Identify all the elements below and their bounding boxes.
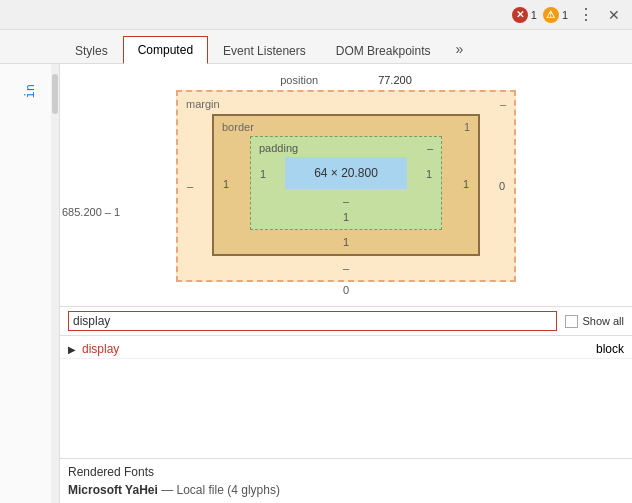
main-content: in position 77.200 margin – – [0,64,632,503]
show-all-checkbox[interactable] [565,315,578,328]
show-all-label: Show all [582,315,624,327]
margin-top-row: margin – [182,96,510,112]
tab-dom-breakpoints[interactable]: DOM Breakpoints [321,37,446,64]
border-top-val: 1 [464,121,470,133]
padding-bottom-1: 1 [343,211,349,223]
box-content: 64 × 20.800 [285,157,407,189]
margin-right-val: 0 [494,180,510,192]
margin-middle-row: – border 1 1 [182,112,510,260]
close-button[interactable]: ✕ [604,7,624,23]
font-item: Microsoft YaHei — Local file (4 glyphs) [68,483,624,497]
box-model-diagram: position 77.200 margin – – bo [60,64,632,306]
filter-bar: Show all [60,306,632,336]
position-value: 77.200 [378,74,412,86]
box-padding: padding – 1 64 × 20.800 [250,136,442,230]
border-top-row: border 1 [218,120,474,134]
padding-left-val: 1 [255,168,271,180]
property-value-display: block [596,342,624,356]
padding-bottom-val: – [343,195,349,207]
tab-event-listeners[interactable]: Event Listeners [208,37,321,64]
font-source: Local file [177,483,224,497]
position-row: position 77.200 [176,74,516,86]
border-bottom-val: 1 [343,236,349,248]
left-panel: in [0,64,60,503]
margin-bottom-row: – [182,260,510,276]
padding-right-val: 1 [421,168,437,180]
rendered-fonts-section: Rendered Fonts Microsoft YaHei — Local f… [60,458,632,503]
border-left-val: 1 [218,178,234,190]
property-list: ▶ display block [60,336,632,458]
margin-left-val: – [182,180,198,192]
margin-top-val: – [500,98,506,110]
property-item-display: ▶ display block [60,340,632,359]
padding-middle-row: 1 64 × 20.800 1 [255,155,437,193]
content-size: 64 × 20.800 [314,166,378,180]
right-panel: position 77.200 margin – – bo [60,64,632,503]
margin-label: margin [186,98,220,110]
scroll-thumb [52,74,58,114]
property-name-display: display [82,342,182,356]
filter-input[interactable] [73,314,552,328]
padding-bottom-num: 1 [255,209,437,225]
show-all-wrap: Show all [565,315,624,328]
border-bottom-row: 1 [218,234,474,250]
padding-top-row: padding – [255,141,437,155]
tab-computed[interactable]: Computed [123,36,208,64]
box-border: border 1 1 padding – [212,114,480,256]
tab-styles[interactable]: Styles [60,37,123,64]
left-panel-text: in [23,84,37,98]
font-name: Microsoft YaHei [68,483,158,497]
warn-icon: ⚠ [543,7,559,23]
border-right-val: 1 [458,178,474,190]
error-count: 1 [531,9,537,21]
box-position: margin – – border 1 [176,90,516,282]
top-bar: ✕ 1 ⚠ 1 ⋮ ✕ [0,0,632,30]
font-separator: — [161,483,176,497]
font-glyphs: (4 glyphs) [227,483,280,497]
tabs-more-button[interactable]: » [445,35,473,63]
border-middle-row: 1 padding – 1 [218,134,474,234]
position-label: position [280,74,318,86]
padding-bottom-row: – [255,193,437,209]
warn-count: 1 [562,9,568,21]
property-arrow[interactable]: ▶ [68,344,76,355]
scrollbar[interactable] [51,64,59,503]
position-bottom: 0 [343,284,349,296]
border-label: border [222,121,254,133]
error-icon: ✕ [512,7,528,23]
rendered-fonts-title: Rendered Fonts [68,465,624,479]
margin-bottom-val: – [343,262,349,274]
warn-badge-group: ⚠ 1 [543,7,568,23]
filter-input-wrap[interactable] [68,311,557,331]
padding-label: padding [259,142,298,154]
more-options-button[interactable]: ⋮ [574,5,598,24]
padding-dash: – [427,142,433,154]
error-badge-group: ✕ 1 [512,7,537,23]
position-bottom-val: 0 [343,284,349,296]
tabs-bar: Styles Computed Event Listeners DOM Brea… [0,30,632,64]
